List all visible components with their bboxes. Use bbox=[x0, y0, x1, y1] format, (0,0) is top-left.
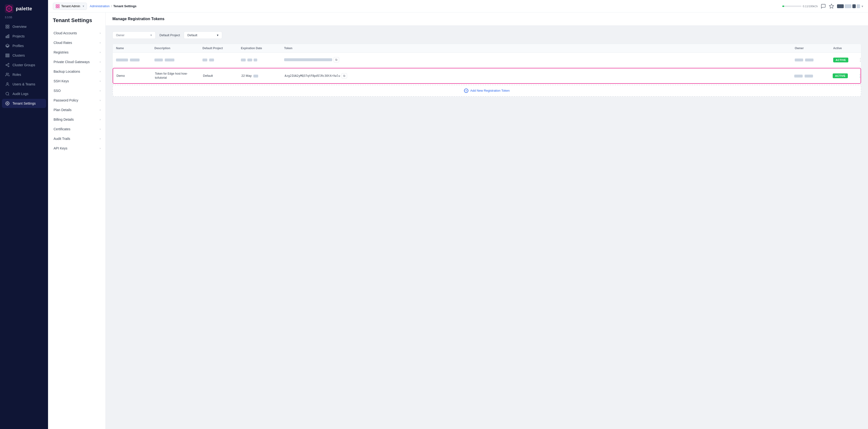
chat-icon[interactable] bbox=[821, 4, 826, 9]
row1-token: ⧉ bbox=[281, 54, 792, 66]
app-name: palette bbox=[16, 6, 32, 11]
sidebar-item-tenant-settings[interactable]: Tenant Settings bbox=[2, 99, 46, 108]
sidebar-item-overview[interactable]: Overview bbox=[2, 22, 46, 31]
copy-token-button-2[interactable]: ⧉ bbox=[342, 73, 347, 78]
blurred-exp-2 bbox=[247, 59, 252, 61]
tenant-selector[interactable]: Tenant Admin ▾ bbox=[53, 3, 87, 10]
password-policy-label: Password Policy bbox=[54, 98, 78, 102]
active-badge-1: ACTIVE bbox=[833, 58, 848, 62]
menu-item-cloud-accounts[interactable]: Cloud Accounts › bbox=[48, 28, 105, 38]
plan-details-label: Plan Details bbox=[54, 108, 71, 112]
blurred-name-2 bbox=[130, 59, 140, 61]
default-project-filter[interactable]: Default ▾ bbox=[184, 31, 222, 39]
menu-item-ssh-keys[interactable]: SSH Keys › bbox=[48, 76, 105, 86]
row1-expiration bbox=[238, 55, 281, 65]
plan-details-chevron: › bbox=[100, 108, 101, 111]
palette-logo-icon bbox=[5, 4, 13, 13]
sidebar-item-roles[interactable]: Roles bbox=[2, 70, 46, 79]
ssh-keys-chevron: › bbox=[100, 79, 101, 83]
audit-icon bbox=[5, 92, 10, 96]
svg-point-14 bbox=[8, 66, 9, 67]
sidebar-item-users-teams[interactable]: Users & Teams bbox=[2, 80, 46, 89]
billing-details-chevron: › bbox=[100, 118, 101, 121]
svg-rect-5 bbox=[6, 36, 6, 38]
blurred-exp-1 bbox=[241, 59, 246, 61]
registries-label: Registries bbox=[54, 51, 68, 54]
main-wrapper: Tenant Admin ▾ Administration / Tenant S… bbox=[48, 0, 868, 429]
sidebar-item-profiles-label: Profiles bbox=[12, 44, 24, 48]
sidebar-item-cluster-groups[interactable]: Cluster Groups bbox=[2, 61, 46, 70]
row1-active: ACTIVE bbox=[830, 55, 854, 65]
row2-more[interactable]: ⋮ bbox=[854, 69, 861, 83]
blurred-token bbox=[284, 58, 332, 61]
col-name: Name bbox=[113, 44, 151, 53]
bar-chart-icon bbox=[5, 34, 10, 38]
right-panel: Manage Registration Tokens Owner ▾ Defau… bbox=[106, 12, 868, 429]
col-actions bbox=[854, 44, 861, 53]
breadcrumb: Administration / Tenant Settings bbox=[90, 4, 137, 8]
breadcrumb-current: Tenant Settings bbox=[113, 4, 137, 8]
svg-rect-23 bbox=[58, 5, 59, 6]
usage-bar-fill bbox=[782, 5, 784, 7]
menu-item-billing-details[interactable]: Billing Details › bbox=[48, 115, 105, 124]
menu-item-cloud-rates[interactable]: Cloud Rates › bbox=[48, 38, 105, 47]
owner-filter-chevron: ▾ bbox=[150, 33, 152, 37]
more-button-1[interactable]: ⋮ bbox=[857, 56, 861, 63]
menu-item-api-keys[interactable]: API Keys › bbox=[48, 143, 105, 153]
sso-label: SSO bbox=[54, 89, 61, 93]
menu-item-password-policy[interactable]: Password Policy › bbox=[48, 96, 105, 105]
blurred-owner-demo-1 bbox=[794, 75, 803, 77]
menu-item-private-cloud-gateways[interactable]: Private Cloud Gateways › bbox=[48, 57, 105, 67]
row1-description bbox=[151, 55, 199, 65]
blurred-desc-1 bbox=[154, 59, 163, 61]
owner-filter[interactable]: Owner ▾ bbox=[113, 31, 156, 39]
col-expiration-date: Expiration Date bbox=[238, 44, 281, 53]
row1-more[interactable]: ⋮ bbox=[854, 53, 861, 67]
star-icon[interactable] bbox=[829, 4, 834, 9]
svg-rect-3 bbox=[6, 27, 7, 28]
svg-rect-2 bbox=[8, 25, 9, 26]
row1-owner bbox=[792, 55, 830, 65]
breadcrumb-parent[interactable]: Administration bbox=[90, 4, 110, 8]
more-button-2[interactable]: ⋮ bbox=[857, 72, 861, 79]
avatar-light bbox=[845, 4, 851, 8]
svg-rect-22 bbox=[56, 5, 57, 6]
sidebar-item-overview-label: Overview bbox=[12, 25, 26, 29]
share-icon bbox=[5, 63, 10, 67]
blurred-proj-2 bbox=[209, 59, 214, 61]
default-project-value: Default bbox=[187, 33, 197, 37]
billing-details-label: Billing Details bbox=[54, 118, 74, 122]
svg-rect-1 bbox=[6, 25, 7, 26]
menu-item-backup-locations[interactable]: Backup Locations › bbox=[48, 67, 105, 76]
user-avatar-group[interactable]: ▾ bbox=[837, 4, 863, 8]
copy-token-button-1[interactable]: ⧉ bbox=[334, 57, 339, 62]
ssh-keys-label: SSH Keys bbox=[54, 79, 69, 83]
audit-trails-label: Audit Trails bbox=[54, 137, 70, 141]
menu-item-sso[interactable]: SSO › bbox=[48, 86, 105, 96]
usage-container: 0.11/100kCh bbox=[782, 5, 818, 8]
default-project-chevron: ▾ bbox=[217, 33, 219, 37]
menu-item-certificates[interactable]: Certificates › bbox=[48, 124, 105, 134]
menu-item-audit-trails[interactable]: Audit Trails › bbox=[48, 134, 105, 143]
backup-locations-chevron: › bbox=[100, 70, 101, 73]
row2-default-project: Default bbox=[199, 70, 238, 81]
cloud-rates-chevron: › bbox=[100, 41, 101, 44]
cloud-rates-label: Cloud Rates bbox=[54, 41, 72, 45]
menu-item-plan-details[interactable]: Plan Details › bbox=[48, 105, 105, 115]
sidebar-item-clusters[interactable]: Clusters bbox=[2, 51, 46, 60]
menu-item-registries[interactable]: Registries › bbox=[48, 47, 105, 57]
api-keys-chevron: › bbox=[100, 146, 101, 150]
svg-rect-25 bbox=[56, 6, 57, 8]
table-row: ⧉ ACTIVE ⋮ bbox=[113, 53, 861, 67]
blurred-exp-3 bbox=[254, 59, 257, 61]
col-description: Description bbox=[151, 44, 199, 53]
col-active: Active bbox=[830, 44, 854, 53]
sidebar-item-roles-label: Roles bbox=[12, 73, 21, 76]
sidebar-item-projects[interactable]: Projects bbox=[2, 32, 46, 41]
logo: palette bbox=[0, 0, 48, 15]
sidebar-item-tenant-settings-label: Tenant Settings bbox=[12, 101, 36, 105]
row2-active: ACTIVE bbox=[829, 70, 854, 81]
sidebar-item-profiles[interactable]: Profiles bbox=[2, 41, 46, 51]
sidebar-item-audit-logs[interactable]: Audit Logs bbox=[2, 89, 46, 98]
add-new-registration-token[interactable]: + Add New Registration Token bbox=[113, 85, 861, 97]
